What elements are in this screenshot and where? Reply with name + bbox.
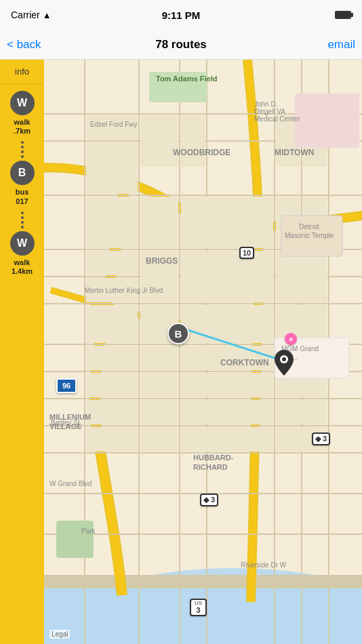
- svg-point-67: [282, 357, 286, 361]
- route-step-walk-2: W walk 1.4km: [10, 231, 35, 276]
- svg-rect-48: [86, 373, 138, 397]
- page-title: 78 routes: [155, 38, 207, 52]
- carrier-wifi: Carrier ▲: [11, 9, 52, 20]
- svg-rect-36: [140, 251, 178, 302]
- svg-rect-42: [181, 305, 273, 343]
- svg-rect-46: [181, 346, 273, 370]
- svg-rect-26: [140, 115, 178, 167]
- svg-rect-44: [86, 346, 138, 370]
- svg-rect-32: [181, 197, 273, 248]
- battery-indicator: [335, 11, 351, 19]
- step-circle-walk-2: W: [10, 231, 35, 256]
- svg-rect-57: [140, 427, 178, 451]
- map-svg: [44, 60, 362, 644]
- svg-rect-50: [181, 373, 273, 397]
- svg-rect-53: [140, 400, 178, 424]
- svg-rect-24: [86, 115, 138, 140]
- battery-icon: [335, 11, 351, 19]
- svg-rect-3: [44, 575, 362, 588]
- svg-rect-25: [86, 142, 138, 194]
- step-circle-bus: B: [10, 161, 35, 185]
- step-circle-walk-1: W: [10, 91, 35, 115]
- status-bar: Carrier ▲ 9:11 PM: [0, 0, 362, 30]
- svg-rect-54: [181, 400, 273, 424]
- step-label-bus: bus 017: [16, 188, 29, 205]
- svg-rect-39: [86, 278, 138, 302]
- step-label-walk-1: walk .7km: [14, 118, 31, 136]
- map-area[interactable]: Tom Adams Field John D.Dingell VAMedical…: [44, 60, 362, 644]
- bus-stop-marker: B: [167, 323, 189, 344]
- main-content: info W walk .7km B bus 017: [0, 60, 362, 644]
- carrier-text: Carrier: [11, 9, 40, 20]
- svg-rect-60: [56, 521, 94, 558]
- nav-bar: < back 78 routes email: [0, 30, 362, 60]
- status-time: 9:11 PM: [162, 9, 201, 21]
- svg-rect-27: [181, 115, 205, 167]
- svg-rect-49: [140, 373, 178, 397]
- svg-rect-45: [140, 346, 178, 370]
- route-3-badge-right: ◆ 3: [312, 432, 330, 445]
- interstate-96-shield: 96: [56, 378, 77, 393]
- svg-rect-58: [181, 427, 273, 451]
- svg-rect-61: [149, 72, 207, 102]
- svg-rect-31: [140, 197, 178, 248]
- svg-rect-30: [86, 197, 138, 248]
- route-step-walk-1: W walk .7km: [10, 91, 35, 136]
- svg-rect-52: [86, 400, 138, 424]
- wifi-icon: ▲: [43, 10, 52, 20]
- route-3-badge-bottom: ◆ 3: [200, 494, 218, 506]
- route-step-bus: B bus 017: [10, 161, 35, 205]
- svg-rect-40: [86, 305, 138, 343]
- info-tab[interactable]: info: [0, 60, 44, 84]
- route-10-badge: 10: [239, 247, 254, 259]
- svg-rect-63: [295, 94, 359, 148]
- step-label-walk-2: walk 1.4km: [12, 258, 33, 276]
- destination-pin: [275, 350, 294, 378]
- svg-rect-2: [44, 588, 362, 644]
- mgm-grand-icon: a: [285, 333, 297, 345]
- svg-rect-37: [181, 251, 273, 302]
- sidebar: info W walk .7km B bus 017: [0, 60, 44, 644]
- back-button[interactable]: < back: [7, 38, 41, 52]
- svg-rect-55: [276, 400, 327, 424]
- svg-rect-38: [276, 251, 327, 302]
- step-dots-1: [21, 141, 24, 158]
- route-3-badge-road: US3: [190, 599, 207, 616]
- legal-label[interactable]: Legal: [49, 630, 70, 639]
- svg-rect-35: [86, 251, 138, 275]
- svg-rect-56: [86, 427, 138, 451]
- svg-rect-62: [281, 216, 342, 256]
- step-dots-2: [21, 212, 24, 228]
- email-button[interactable]: email: [327, 38, 355, 52]
